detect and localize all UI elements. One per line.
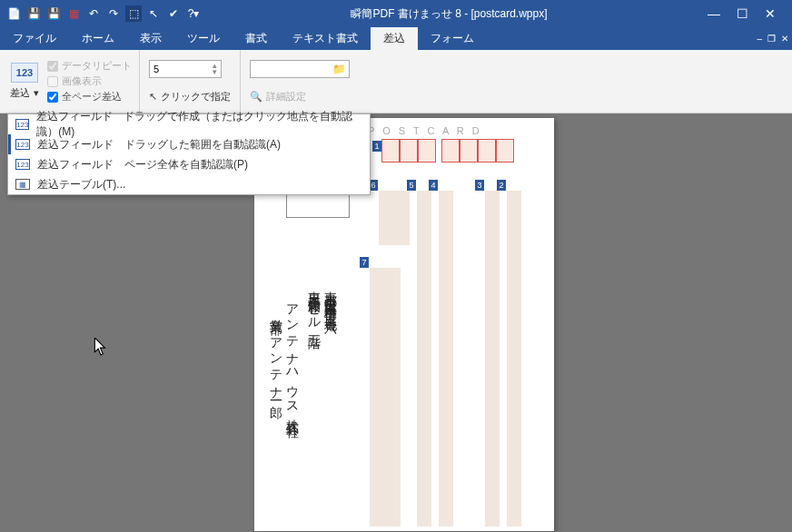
chk-all-page[interactable]: 全ページ差込 — [47, 90, 132, 103]
mdi-close[interactable]: ✕ — [781, 34, 788, 44]
menu-form[interactable]: フォーム — [418, 27, 487, 50]
postal-box[interactable] — [496, 139, 514, 163]
minimize-button[interactable]: — — [708, 6, 720, 21]
pointer-icon-2[interactable]: ↖ — [145, 5, 162, 22]
window-controls: — ☐ ✕ — [691, 6, 792, 21]
qat-icon-1[interactable]: 📄 — [5, 5, 22, 22]
mdi-controls: – ❐ ✕ — [757, 34, 788, 44]
postal-box[interactable] — [478, 139, 496, 163]
mdi-minimize[interactable]: – — [757, 34, 762, 44]
quick-access-toolbar: 📄 💾 💾 ▦ ↶ ↷ ⬚ ↖ ✔ ?▾ — [0, 5, 207, 22]
menu-text-format[interactable]: テキスト書式 — [280, 27, 371, 50]
magnify-icon: 🔍 — [250, 91, 262, 103]
folder-icon[interactable]: 📁 — [332, 63, 346, 75]
redo-icon[interactable]: ↷ — [105, 5, 122, 22]
mdi-restore[interactable]: ❐ — [767, 34, 776, 44]
merge-options: データリピート 画像表示 全ページ差込 — [47, 54, 132, 109]
postal-box[interactable] — [418, 139, 436, 163]
merge-big-label: 差込 ▾ — [10, 86, 38, 100]
chk-image-show-box[interactable] — [47, 76, 58, 87]
address-line-1: 東京都中央区東日本橋二丁目一番地六 — [322, 281, 339, 312]
data-file-input[interactable]: 📁 — [250, 60, 350, 78]
address-line-4: 営業部 アンテナ一郎 — [268, 309, 284, 398]
ribbon-group-field: 5▴▾ ↖クリックで指定 — [140, 50, 241, 113]
menu-file[interactable]: ファイル — [0, 27, 69, 50]
titlebar: 📄 💾 💾 ▦ ↶ ↷ ⬚ ↖ ✔ ?▾ 瞬簡PDF 書けまっせ 8 - [po… — [0, 0, 792, 27]
field-col-6[interactable] — [379, 191, 410, 245]
menu-merge[interactable]: 差込 — [371, 27, 418, 50]
mouse-cursor — [94, 338, 108, 360]
merge-123-icon: 123 — [11, 63, 38, 83]
ribbon-group-merge: 123 差込 ▾ データリピート 画像表示 全ページ差込 — [0, 50, 140, 113]
field-tag-3[interactable]: 3 — [475, 180, 484, 191]
field-number-input[interactable]: 5▴▾ — [149, 60, 222, 78]
address-line-3: アンテナハウス株式会社 — [284, 295, 301, 417]
selection-indicator — [8, 134, 11, 154]
postcard-label: P O S T C A R D — [368, 125, 482, 136]
dd-item-table[interactable]: ▦差込テーブル(T)... — [8, 174, 370, 194]
field-col-4[interactable] — [439, 191, 453, 527]
chk-data-repeat-box[interactable] — [47, 61, 58, 72]
field-tag-1[interactable]: 1 — [372, 141, 381, 152]
undo-icon[interactable]: ↶ — [85, 5, 102, 22]
detail-settings-button[interactable]: 🔍詳細設定 — [250, 90, 350, 103]
postal-box[interactable] — [381, 139, 400, 163]
pointer-icon-1[interactable]: ⬚ — [125, 5, 142, 22]
postal-box[interactable] — [460, 139, 478, 163]
click-specify-button[interactable]: ↖クリックで指定 — [149, 90, 231, 103]
check-icon[interactable]: ✔ — [165, 5, 182, 22]
postal-box[interactable] — [441, 139, 460, 163]
help-icon[interactable]: ?▾ — [185, 5, 202, 22]
chk-all-page-box[interactable] — [47, 92, 58, 103]
field-col-7[interactable] — [370, 268, 401, 527]
table-icon: ▦ — [15, 179, 30, 190]
qat-icon-3[interactable]: 💾 — [45, 5, 62, 22]
chk-image-show[interactable]: 画像表示 — [47, 74, 132, 88]
menubar: ファイル ホーム 表示 ツール 書式 テキスト書式 差込 フォーム – ❐ ✕ — [0, 27, 792, 50]
merge-dropdown-menu: 123差込フィールド ドラッグで作成（またはクリック地点を自動認識）(M) 12… — [7, 113, 371, 195]
cursor-icon: ↖ — [149, 91, 157, 103]
menu-tool[interactable]: ツール — [174, 27, 233, 50]
chk-data-repeat[interactable]: データリピート — [47, 59, 132, 73]
field-tag-5[interactable]: 5 — [407, 180, 416, 191]
field-icon: 123 — [15, 159, 30, 170]
menu-home[interactable]: ホーム — [69, 27, 127, 50]
ribbon: 123 差込 ▾ データリピート 画像表示 全ページ差込 5▴▾ ↖クリックで指… — [0, 50, 792, 113]
field-icon: 123 — [15, 139, 30, 150]
ribbon-group-search: 📁 🔍詳細設定 — [241, 50, 359, 113]
field-tag-4[interactable]: 4 — [429, 180, 438, 191]
field-tag-2[interactable]: 2 — [497, 180, 506, 191]
qat-icon-2[interactable]: 💾 — [25, 5, 42, 22]
field-col-2[interactable] — [507, 191, 521, 527]
field-icon: 123 — [15, 119, 29, 130]
dd-item-whole-page[interactable]: 123差込フィールド ページ全体を自動認識(P) — [8, 154, 370, 174]
menu-view[interactable]: 表示 — [127, 27, 174, 50]
dd-item-drag-create[interactable]: 123差込フィールド ドラッグで作成（またはクリック地点を自動認識）(M) — [8, 114, 370, 134]
maximize-button[interactable]: ☐ — [737, 6, 748, 21]
qat-icon-4[interactable]: ▦ — [65, 5, 82, 22]
field-col-5[interactable] — [417, 191, 431, 527]
field-col-3[interactable] — [485, 191, 500, 527]
menu-format[interactable]: 書式 — [233, 27, 280, 50]
postal-code-boxes[interactable] — [381, 139, 514, 163]
merge-big-button[interactable]: 123 差込 ▾ — [7, 54, 42, 109]
window-title: 瞬簡PDF 書けまっせ 8 - [postcard.wppx] — [207, 6, 691, 22]
close-button[interactable]: ✕ — [765, 6, 776, 21]
address-line-2: 東日本橋藤和ビル五階 — [306, 281, 322, 329]
postal-box[interactable] — [400, 139, 418, 163]
field-tag-7[interactable]: 7 — [360, 257, 369, 268]
